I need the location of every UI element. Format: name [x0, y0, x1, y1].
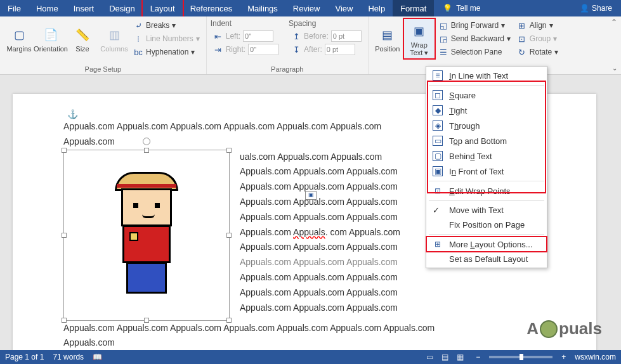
size-button[interactable]: 📏 Size — [67, 19, 98, 58]
line-numbers-label: Line Numbers — [146, 34, 193, 43]
tab-design[interactable]: Design — [101, 0, 142, 16]
menu-item-fix-position[interactable]: Fix Position on Page — [426, 218, 547, 232]
wrap-inline-icon: ≡ — [433, 70, 443, 81]
tab-home[interactable]: Home — [29, 0, 66, 16]
wrap-text-button[interactable]: ▣ Wrap Text ▾ — [404, 19, 435, 58]
tab-insert[interactable]: Insert — [66, 0, 102, 16]
align-button[interactable]: ⊞Align ▾ — [514, 19, 561, 32]
spacing-before-input[interactable] — [331, 30, 362, 42]
bring-forward-button[interactable]: ◱Bring Forward ▾ — [436, 19, 513, 32]
view-read-mode[interactable]: ▭ — [422, 351, 436, 363]
zoom-slider[interactable] — [489, 356, 552, 358]
margins-button[interactable]: ▢ Margins — [4, 19, 34, 58]
zoom-out-button[interactable]: − — [476, 353, 480, 361]
spacing-after-row: ↧ After: — [289, 43, 364, 56]
share-button[interactable]: 👤 Share — [571, 0, 621, 16]
tab-help[interactable]: Help — [360, 0, 393, 16]
chevron-down-icon: ▾ — [172, 21, 176, 30]
menubar: File Home Insert Design Layout Reference… — [0, 0, 621, 16]
send-backward-button[interactable]: ◲Send Backward ▾ — [436, 32, 513, 45]
selection-pane-icon: ☰ — [438, 47, 448, 57]
group-label: Group — [530, 34, 551, 43]
menu-item-edit-wrap-points[interactable]: ⊡Edit Wrap Points — [426, 183, 547, 198]
tab-format[interactable]: Format — [393, 0, 434, 16]
indent-left-input[interactable] — [243, 30, 273, 42]
resize-handle[interactable] — [144, 318, 149, 323]
zoom-in-button[interactable]: + — [561, 353, 566, 361]
status-zoom-text[interactable]: wsxwin.com — [575, 353, 616, 361]
tab-references[interactable]: References — [183, 0, 240, 16]
ribbon-group-paragraph: Indent ⇤ Left: ⇥ Right: Spacing ↥ Before… — [207, 16, 369, 74]
watermark-text-a: A — [526, 319, 539, 339]
breaks-label: Breaks — [146, 21, 169, 30]
wrap-text-label: Wrap Text ▾ — [405, 41, 433, 56]
tab-mailings[interactable]: Mailings — [240, 0, 285, 16]
menu-item-square[interactable]: ◻Square — [426, 88, 547, 103]
indent-left-label: Left: — [226, 32, 240, 41]
tab-review[interactable]: Review — [285, 0, 328, 16]
layout-options-tag[interactable]: ▣ — [305, 191, 317, 200]
tab-file[interactable]: File — [0, 0, 29, 16]
status-page[interactable]: Page 1 of 1 — [5, 353, 44, 361]
columns-button: ▥ Columns — [99, 19, 129, 58]
menu-item-tight[interactable]: ◆Tight — [426, 103, 547, 118]
resize-handle[interactable] — [62, 318, 67, 323]
resize-handle[interactable] — [144, 148, 149, 153]
resize-handle[interactable] — [226, 148, 232, 153]
tab-view[interactable]: View — [327, 0, 360, 16]
inserted-image[interactable]: ▣ — [63, 150, 230, 321]
orientation-button[interactable]: 📄 Orientation — [36, 19, 66, 58]
hyphenation-button[interactable]: bc Hyphenation ▾ — [131, 46, 202, 58]
status-proofing-icon[interactable]: 📖 — [93, 353, 102, 361]
text-line: Appuals.com Appuals.com Appuals.com Appu… — [63, 321, 546, 336]
group-icon: ⊡ — [517, 34, 527, 44]
view-buttons: ▭ ▤ ▦ — [422, 351, 467, 363]
menu-item-inline[interactable]: ≡In Line with Text — [426, 68, 547, 83]
indent-right-label: Right: — [226, 45, 245, 54]
indent-right-icon: ⇥ — [213, 44, 223, 55]
check-icon: ✓ — [433, 205, 443, 215]
rotate-button[interactable]: ↻Rotate ▾ — [514, 46, 561, 58]
resize-handle[interactable] — [226, 233, 232, 238]
spellcheck-word[interactable]: Appuals — [293, 227, 325, 237]
wrap-topbottom-icon: ▭ — [433, 136, 443, 146]
breaks-icon: ⤶ — [133, 20, 143, 30]
ribbon-collapse-down[interactable]: ⌄ — [612, 65, 617, 72]
position-button[interactable]: ▤ Position — [372, 19, 403, 58]
resize-handle[interactable] — [62, 148, 67, 153]
menu-item-set-default-layout[interactable]: Set as Default Layout — [426, 252, 547, 266]
size-label: Size — [75, 45, 89, 53]
zoom-slider-thumb[interactable] — [520, 354, 523, 360]
indent-right-input[interactable] — [248, 44, 278, 55]
spacing-after-input[interactable] — [325, 44, 355, 55]
fix-position-label: Fix Position on Page — [449, 220, 525, 230]
margins-icon: ▢ — [9, 25, 29, 45]
page-setup-group-label: Page Setup — [4, 64, 202, 73]
tab-layout[interactable]: Layout — [143, 0, 183, 16]
resize-handle[interactable] — [226, 318, 232, 323]
menu-item-more-layout-options[interactable]: ⊞ More Layout Options... — [426, 237, 547, 252]
ribbon-collapse-up[interactable]: ⌃ — [611, 18, 617, 27]
status-words[interactable]: 71 words — [53, 353, 84, 361]
watermark-icon — [540, 320, 558, 338]
resize-handle[interactable] — [62, 233, 67, 238]
menu-item-through[interactable]: ◈Through — [426, 118, 547, 133]
tellme-search[interactable]: 💡 Tell me — [436, 0, 487, 16]
menu-item-move-with-text[interactable]: ✓Move with Text — [426, 203, 547, 218]
align-icon: ⊞ — [517, 20, 527, 30]
text-line: Appuals.com — [63, 335, 546, 350]
view-web-layout[interactable]: ▦ — [453, 351, 467, 363]
tab-layout-label: Layout — [150, 4, 175, 13]
align-label: Align — [530, 21, 547, 30]
view-print-layout[interactable]: ▤ — [438, 351, 452, 363]
menu-item-behind[interactable]: ▢Behind Text — [426, 148, 547, 164]
hyphenation-label: Hyphenation — [146, 48, 188, 56]
selection-pane-button[interactable]: ☰Selection Pane — [436, 46, 513, 58]
menu-item-in-front[interactable]: ▣In Front of Text — [426, 164, 547, 179]
wrap-infront-icon: ▣ — [433, 166, 443, 176]
group-button: ⊡Group ▾ — [514, 32, 561, 45]
menu-item-top-bottom[interactable]: ▭Top and Bottom — [426, 133, 547, 148]
rotate-handle[interactable] — [143, 138, 150, 145]
breaks-button[interactable]: ⤶ Breaks ▾ — [131, 19, 202, 32]
wrap-through-icon: ◈ — [433, 120, 443, 131]
